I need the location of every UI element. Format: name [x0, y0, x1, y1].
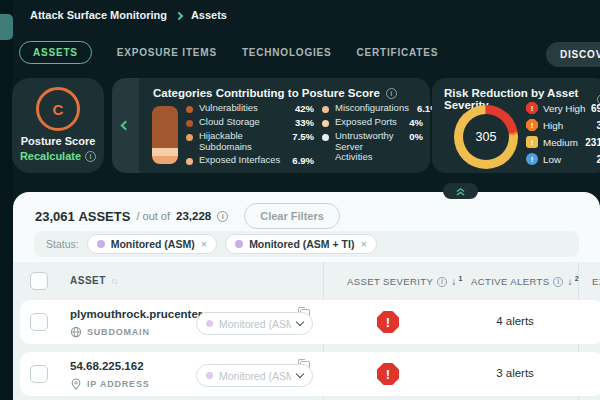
chevron-double-up-icon: [455, 187, 466, 196]
tab-technologies[interactable]: TECHNOLOGIES: [242, 41, 332, 64]
legend-item: ! Very High 69: [526, 102, 600, 114]
legend-item: Vulnerabilities 42%: [186, 103, 314, 114]
status-dot: [235, 240, 243, 248]
close-icon[interactable]: ×: [201, 239, 207, 250]
tab-assets[interactable]: ASSETS: [19, 41, 92, 64]
clear-filters-button[interactable]: Clear Filters: [244, 203, 340, 229]
assets-total: 23,228: [176, 210, 211, 222]
severity-very-high-icon: !: [377, 363, 399, 385]
chevron-left-icon: [121, 121, 131, 131]
status-dot: [97, 240, 105, 248]
categories-panel-title: Categories Contributing to Posture Score…: [153, 87, 397, 99]
column-header-asset[interactable]: ASSET ↑↓: [70, 275, 117, 286]
filter-chip-monitored-asm[interactable]: Monitored (ASM) ×: [87, 234, 217, 254]
status-dot: [206, 372, 213, 379]
chevron-down-icon: [296, 318, 304, 326]
location-pin-icon: [70, 378, 82, 390]
risk-legend: ! Very High 69 ! High 3 ! Medium 231 ! L…: [526, 102, 600, 165]
status-dot: [206, 320, 213, 327]
info-icon[interactable]: i: [217, 211, 228, 222]
severity-very-high-icon: !: [526, 102, 538, 114]
status-filter-bar: Status: Monitored (ASM) × Monitored (ASM…: [34, 231, 579, 257]
row-checkbox[interactable]: [30, 365, 48, 383]
categories-panel: Categories Contributing to Posture Score…: [139, 78, 430, 173]
categories-legend-col-2: Misconfigurations 6.1% Exposed Ports 4% …: [322, 103, 423, 163]
legend-dot: [186, 134, 193, 141]
sort-desc-icon[interactable]: ↓: [567, 276, 572, 287]
breadcrumb-current: Assets: [191, 9, 227, 21]
chevron-down-icon: [296, 370, 304, 378]
sort-icon[interactable]: ↑↓: [111, 276, 118, 286]
asset-type: SUBDOMAIN: [70, 326, 150, 338]
left-edge-strip: [0, 0, 13, 400]
dashboard-collapse-button[interactable]: [443, 183, 478, 199]
donut-total: 305: [463, 114, 509, 160]
legend-dot: [186, 158, 193, 165]
severity-high-icon: !: [526, 119, 538, 131]
assets-table-panel: 23,061 ASSETS / out of 23,228 i Clear Fi…: [13, 192, 600, 400]
monitoring-status-dropdown[interactable]: Monitored (ASM): [196, 364, 313, 387]
legend-item: Exposed Interfaces 6.9%: [186, 155, 314, 166]
table-row[interactable]: 54.68.225.162 IP ADDRESS Monitored (ASM)…: [20, 352, 600, 396]
posture-grade-badge: C: [36, 87, 80, 131]
legend-item: Exposed Ports 4%: [322, 117, 423, 128]
assets-count: 23,061 ASSETS: [35, 209, 130, 224]
sidebar-collapsed-tab[interactable]: [0, 14, 13, 40]
active-alerts-link[interactable]: 3 alerts: [445, 367, 585, 379]
severity-low-icon: !: [526, 153, 538, 165]
legend-item: ! Medium 231: [526, 136, 600, 148]
risk-donut-chart: 305: [454, 105, 518, 169]
breadcrumb-parent[interactable]: Attack Surface Monitoring: [30, 9, 167, 21]
assets-out-of: / out of: [136, 210, 170, 222]
tab-bar: ASSETS EXPOSURE ITEMS TECHNOLOGIES CERTI…: [19, 41, 438, 64]
risk-reduction-panel: Risk Reduction by Asset Severity i 305 !…: [432, 78, 600, 173]
discovery-button[interactable]: DISCOVERY: [546, 42, 600, 67]
legend-item: ! High 3: [526, 119, 600, 131]
legend-item: ! Low 2: [526, 153, 600, 165]
legend-dot: [186, 120, 193, 127]
legend-dot: [322, 106, 329, 113]
asset-type: IP ADDRESS: [70, 378, 150, 390]
column-header-active-alerts[interactable]: ACTIVE ALERTS i ↓ 2: [471, 276, 579, 287]
legend-dot: [186, 106, 193, 113]
asset-name[interactable]: 54.68.225.162: [70, 360, 144, 372]
monitoring-status-dropdown[interactable]: Monitored (ASM): [196, 312, 313, 335]
table-row[interactable]: plymouthrock.prucenter.co SUBDOMAIN Moni…: [20, 300, 600, 344]
categories-stacked-bar: [152, 106, 178, 164]
column-header-asset-severity[interactable]: ASSET SEVERITY i ↓ 1: [347, 276, 463, 287]
legend-item: Misconfigurations 6.1%: [322, 103, 423, 114]
status-label: Status:: [46, 238, 79, 250]
info-icon[interactable]: i: [386, 88, 397, 99]
info-icon[interactable]: i: [553, 277, 563, 287]
chevron-right-icon: [175, 11, 183, 19]
legend-dot: [322, 120, 329, 127]
column-header-truncated: EX: [592, 276, 600, 287]
info-icon[interactable]: i: [437, 277, 447, 287]
severity-very-high-icon: !: [377, 311, 399, 333]
row-checkbox[interactable]: [30, 313, 48, 331]
close-icon[interactable]: ×: [360, 239, 366, 250]
assets-table: ASSET ↑↓ ASSET SEVERITY i ↓ 1 ACTIVE ALE…: [13, 262, 600, 400]
legend-item: Cloud Storage 33%: [186, 117, 314, 128]
select-all-checkbox[interactable]: [30, 272, 48, 290]
recalculate-link[interactable]: Recalculate i: [12, 150, 104, 162]
active-alerts-link[interactable]: 4 alerts: [445, 315, 585, 327]
breadcrumb: Attack Surface Monitoring Assets: [30, 9, 227, 21]
sort-desc-icon[interactable]: ↓: [451, 276, 456, 287]
info-icon[interactable]: i: [85, 151, 96, 162]
severity-medium-icon: !: [526, 136, 538, 148]
filter-chip-monitored-asm-ti[interactable]: Monitored (ASM + TI) ×: [225, 234, 377, 254]
legend-dot: [322, 134, 329, 141]
globe-icon: [70, 326, 82, 338]
legend-item: Hijackable Subdomains 7.5%: [186, 131, 314, 152]
legend-item: Untrustworthy Server Activities 0%: [322, 131, 423, 163]
panel-collapse-strip[interactable]: [112, 78, 139, 173]
tab-certificates[interactable]: CERTIFICATES: [357, 41, 439, 64]
tab-exposure-items[interactable]: EXPOSURE ITEMS: [117, 41, 217, 64]
assets-count-row: 23,061 ASSETS / out of 23,228 i Clear Fi…: [35, 203, 340, 229]
categories-legend-col-1: Vulnerabilities 42% Cloud Storage 33% Hi…: [186, 103, 314, 166]
posture-score-card: C Posture Score Recalculate i: [12, 78, 104, 173]
posture-score-title: Posture Score: [12, 135, 104, 147]
